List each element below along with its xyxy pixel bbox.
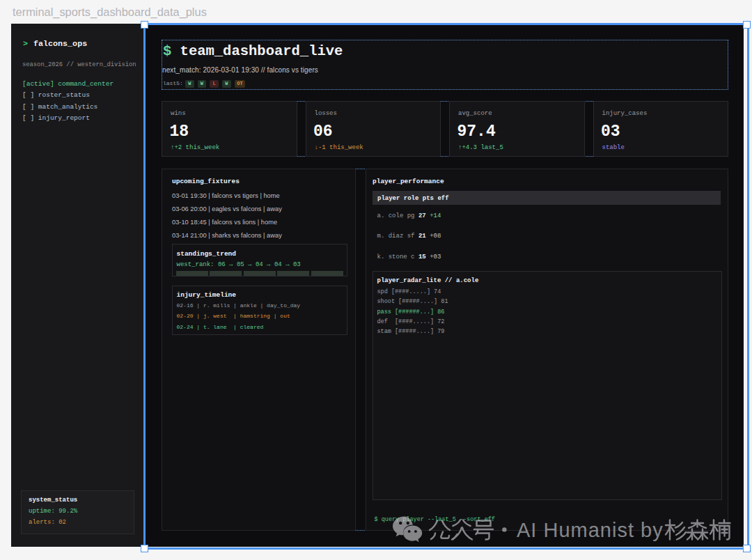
svg-text:AI Humanist by: AI Humanist by bbox=[517, 519, 664, 541]
